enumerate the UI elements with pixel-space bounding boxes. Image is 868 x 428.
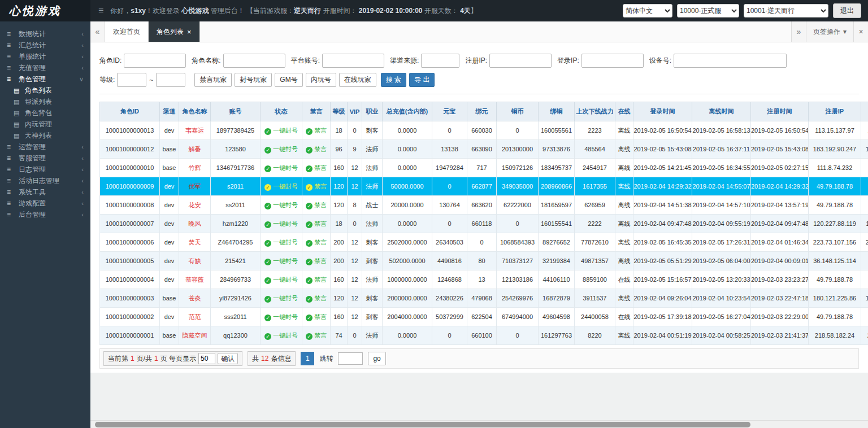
sidebar-item[interactable]: ≡系统工具‹ xyxy=(0,186,90,198)
role-name-link[interactable]: 晚风 xyxy=(189,220,201,227)
sidebar-item[interactable]: ≡充值管理‹ xyxy=(0,62,90,73)
logout-button[interactable]: 退出 xyxy=(833,3,861,18)
jump-go-button[interactable]: go xyxy=(368,352,385,365)
table-row[interactable]: 10001000000002dev范范sss2011✓一键封号✓禁言16012刺… xyxy=(100,308,868,326)
close-tabs-icon[interactable]: × xyxy=(853,21,868,42)
cell-mute-status[interactable]: ✓禁言 xyxy=(302,252,331,270)
cell-ban-status[interactable]: ✓一键封号 xyxy=(261,270,302,289)
role-name-link[interactable]: 焚天 xyxy=(189,239,201,246)
cell-mute-status[interactable]: ✓禁言 xyxy=(302,215,331,233)
horizontal-scrollbar[interactable] xyxy=(90,420,868,428)
cell-role-name[interactable]: 花安 xyxy=(179,196,211,215)
table-row[interactable]: 10001000000005dev有缺215421✓一键封号✓禁言20012刺客… xyxy=(100,252,868,270)
tab-close-icon[interactable]: × xyxy=(187,28,192,36)
search-field-input[interactable] xyxy=(124,54,186,68)
search-field-input[interactable] xyxy=(489,54,552,68)
cell-role-name[interactable]: 慕容薇 xyxy=(179,270,211,289)
sidebar-subitem[interactable]: ▤帮派列表 xyxy=(0,96,90,107)
role-name-link[interactable]: 有缺 xyxy=(189,257,201,264)
search-field-input[interactable] xyxy=(421,54,459,68)
level-min-input[interactable] xyxy=(117,73,146,87)
cell-mute-status[interactable]: ✓禁言 xyxy=(302,308,331,326)
filter-button[interactable]: 封号玩家 xyxy=(235,73,272,87)
cell-ban-status[interactable]: ✓一键封号 xyxy=(261,159,302,177)
sidebar-item[interactable]: ≡角色管理∨ xyxy=(0,73,90,85)
table-row[interactable]: 10001000000007dev晚风hzm1220✓一键封号✓禁言180法师0… xyxy=(100,215,868,233)
cell-role-name[interactable]: 有缺 xyxy=(179,252,211,270)
tabs-scroll-left-button[interactable]: « xyxy=(90,21,105,42)
scrollbar-thumb[interactable] xyxy=(95,422,750,427)
cell-role-name[interactable]: 焚天 xyxy=(179,233,211,252)
cell-role-name[interactable]: 范范 xyxy=(179,308,211,326)
tab[interactable]: 欢迎首页 xyxy=(105,21,149,42)
role-name-link[interactable]: 伏军 xyxy=(189,183,201,190)
search-button[interactable]: 搜 索 xyxy=(381,73,406,87)
cell-mute-status[interactable]: ✓禁言 xyxy=(302,326,331,345)
cell-mute-status[interactable]: ✓禁言 xyxy=(302,233,331,252)
sidebar-item[interactable]: ≡单服统计‹ xyxy=(0,51,90,62)
sidebar-item[interactable]: ≡游戏配置‹ xyxy=(0,198,90,209)
role-name-link[interactable]: 解番 xyxy=(189,146,201,152)
table-row[interactable]: 10001000000001base隐藏空间qq12300✓一键封号✓禁言740… xyxy=(100,326,868,345)
sidebar-item[interactable]: ≡运营管理‹ xyxy=(0,141,90,152)
tab[interactable]: 角色列表× xyxy=(149,21,200,42)
table-row[interactable]: 10001000000010base竹辉13467917736✓一键封号✓禁言1… xyxy=(100,159,868,177)
sidebar-toggle-icon[interactable]: ≡ xyxy=(98,6,103,16)
cell-ban-status[interactable]: ✓一键封号 xyxy=(261,215,302,233)
table-row[interactable]: 10001000000003base苍炎yl87291426✓一键封号✓禁言12… xyxy=(100,289,868,308)
cell-ban-status[interactable]: ✓一键封号 xyxy=(261,289,302,308)
cell-mute-status[interactable]: ✓禁言 xyxy=(302,140,331,159)
table-row[interactable]: 10001000000013dev韦嘉运18977389425✓一键封号✓禁言1… xyxy=(100,121,868,140)
sidebar-subitem[interactable]: ▤角色列表 xyxy=(0,85,90,96)
level-max-input[interactable] xyxy=(156,73,185,87)
table-row[interactable]: 10001000000008dev花安ss2011✓一键封号✓禁言1208战士2… xyxy=(100,196,868,215)
page-1-button[interactable]: 1 xyxy=(301,352,314,365)
role-name-link[interactable]: 隐藏空间 xyxy=(183,332,207,339)
cell-ban-status[interactable]: ✓一键封号 xyxy=(261,121,302,140)
filter-button[interactable]: 禁言玩家 xyxy=(194,73,232,87)
jump-page-input[interactable] xyxy=(338,352,363,365)
cell-mute-status[interactable]: ✓禁言 xyxy=(302,177,331,196)
tab-operations-button[interactable]: 页签操作 ▾ xyxy=(806,21,853,42)
cell-role-name[interactable]: 解番 xyxy=(179,140,211,159)
sidebar-item[interactable]: ≡日志管理‹ xyxy=(0,164,90,175)
sidebar-item[interactable]: ≡数据统计‹ xyxy=(0,28,90,40)
export-button[interactable]: 导 出 xyxy=(409,73,435,87)
filter-button[interactable]: GM号 xyxy=(275,73,302,87)
cell-mute-status[interactable]: ✓禁言 xyxy=(302,289,331,308)
server-select[interactable]: 10000-正式服 xyxy=(677,4,739,18)
cell-ban-status[interactable]: ✓一键封号 xyxy=(261,308,302,326)
tabs-scroll-right-button[interactable]: » xyxy=(791,21,806,42)
cell-role-name[interactable]: 隐藏空间 xyxy=(179,326,211,345)
role-name-link[interactable]: 苍炎 xyxy=(189,295,201,302)
cell-ban-status[interactable]: ✓一键封号 xyxy=(261,177,302,196)
cell-mute-status[interactable]: ✓禁言 xyxy=(302,121,331,140)
language-select[interactable]: 简体中文 xyxy=(623,4,672,18)
confirm-page-size-button[interactable]: 确认 xyxy=(218,353,238,364)
table-row[interactable]: 10001000000012base解番123580✓一键封号✓禁言969法师0… xyxy=(100,140,868,159)
sidebar-item[interactable]: ≡汇总统计‹ xyxy=(0,40,90,51)
table-row[interactable]: 10001000000004dev慕容薇284969733✓一键封号✓禁言160… xyxy=(100,270,868,289)
cell-ban-status[interactable]: ✓一键封号 xyxy=(261,196,302,215)
role-name-link[interactable]: 花安 xyxy=(189,202,201,208)
filter-button[interactable]: 内玩号 xyxy=(306,73,336,87)
cell-role-name[interactable]: 韦嘉运 xyxy=(179,121,211,140)
search-field-input[interactable] xyxy=(674,54,787,68)
page-size-input[interactable] xyxy=(198,353,215,364)
role-name-link[interactable]: 竹辉 xyxy=(189,164,201,171)
cell-role-name[interactable]: 晚风 xyxy=(179,215,211,233)
sidebar-subitem[interactable]: ▤内玩管理 xyxy=(0,119,90,130)
role-name-link[interactable]: 韦嘉运 xyxy=(185,127,204,134)
cell-ban-status[interactable]: ✓一键封号 xyxy=(261,252,302,270)
cell-role-name[interactable]: 竹辉 xyxy=(179,159,211,177)
table-row[interactable]: 10001000000006dev焚天Z464704295✓一键封号✓禁言200… xyxy=(100,233,868,252)
sidebar-item[interactable]: ≡客服管理‹ xyxy=(0,152,90,164)
cell-role-name[interactable]: 苍炎 xyxy=(179,289,211,308)
sidebar-item[interactable]: ≡后台管理‹ xyxy=(0,209,90,220)
search-field-input[interactable] xyxy=(581,54,644,68)
cell-mute-status[interactable]: ✓禁言 xyxy=(302,270,331,289)
cell-role-name[interactable]: 伏军 xyxy=(179,177,211,196)
filter-button[interactable]: 在线玩家 xyxy=(339,73,376,87)
search-field-input[interactable] xyxy=(223,54,285,68)
cell-ban-status[interactable]: ✓一键封号 xyxy=(261,326,302,345)
